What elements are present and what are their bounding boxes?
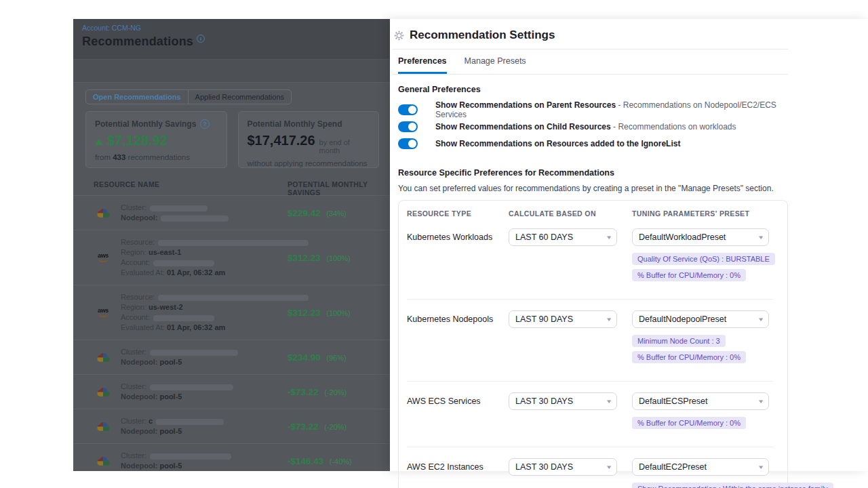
redacted-value [153,315,214,321]
spend-amount-suffix: by end of month [319,138,370,155]
detail-value: 01 Apr, 06:32 am [165,323,225,331]
page-title: Recommendations [82,35,193,49]
tuning-preset-select[interactable]: DefaultEC2Preset ▾ [632,458,769,476]
redacted-value [161,216,229,222]
resource-preferences-description: You can set preferred values for recomme… [398,184,788,193]
savings-percent: (-40%) [330,458,352,466]
detail-label: Nodepool: [121,462,157,470]
recommendation-row: Cluster:Nodepool: pool-5 -$73.22 (-20%) [73,374,390,409]
provider-icon [95,421,111,432]
select-value: DefaultEC2Preset [639,462,707,472]
column-resource-type: RESOURCE TYPE [407,209,509,218]
monthly-savings-value: $312.23 [288,308,321,318]
info-icon: i [197,35,205,43]
gcp-cloud-icon [96,352,111,363]
tab-preferences[interactable]: Preferences [398,56,447,74]
tab-manage-presets[interactable]: Manage Presets [465,56,526,74]
detail-label: Account: [121,258,150,266]
preset-badge: Show Recommendation : Within the same in… [632,483,833,488]
recommendation-settings-drawer: Recommendation Settings Preferences Mana… [390,19,868,471]
toggle-row: Show Recommendations on Resources added … [398,135,788,152]
detail-value: us-east-1 [146,248,181,256]
savings-percent: (34%) [326,209,346,218]
aws-icon: aws [98,253,108,262]
resource-row: AWS EC2 Instances LAST 30 DAYS ▾ Default… [407,447,774,488]
resource-preferences-heading: Resource Specific Preferences for Recomm… [398,168,788,178]
tuning-preset-select[interactable]: DefaultECSPreset ▾ [632,392,769,410]
resource-table-body: Kubernetes Workloads LAST 60 DAYS ▾ Defa… [407,218,774,488]
detail-label: Account: [121,313,150,321]
detail-value: pool-5 [157,392,182,401]
preset-badge: % Buffer for CPU/Memory : 0% [632,417,746,429]
recommendation-row: Cluster: cNodepool: pool-5 -$73.22 (-20%… [73,409,390,443]
calculate-based-on-select[interactable]: LAST 30 DAYS ▾ [509,392,617,410]
account-breadcrumb: Account: CCM-NG [82,24,390,32]
preset-badges: Minimum Node Count : 3% Buffer for CPU/M… [632,335,769,363]
savings-sub-suffix: recommendations [128,153,190,161]
calculate-based-on-select[interactable]: LAST 90 DAYS ▾ [509,310,617,328]
detail-label: Nodepool: [121,214,157,222]
resource-row: AWS ECS Services LAST 30 DAYS ▾ DefaultE… [407,381,774,439]
savings-amount: $7,128.92 [107,133,167,148]
detail-label: Evaluated At: [121,268,165,277]
detail-label: Region: [121,303,146,311]
toggle-list: Show Recommendations on Parent Resources… [398,101,788,152]
spend-subtext: without applying recommendations [248,159,370,167]
recommendations-table-header: RESOURCE NAME POTENTIAL MONTHLY SAVINGS [73,178,390,195]
monthly-savings-value: -$73.22 [288,387,319,397]
toggle-label: Show Recommendations on Resources added … [435,139,680,148]
detail-label: Nodepool: [121,427,157,435]
detail-label: Cluster: [121,348,146,356]
recommendations-tabs: Open Recommendations Applied Recommendat… [85,89,292,104]
chevron-down-icon: ▾ [608,398,612,405]
detail-label: Nodepool: [121,392,157,401]
detail-label: Resource: [121,238,155,246]
provider-icon [95,455,111,467]
page-header: Account: CCM-NG Recommendations i [73,19,390,60]
provider-icon: aws [95,253,111,262]
preset-badge: Quality Of Service (QoS) : BURSTABLE [632,253,775,265]
preset-badge: Minimum Node Count : 3 [632,335,726,347]
monthly-savings-value: -$146.43 [288,456,323,466]
chevron-down-icon: ▾ [608,464,612,470]
tab-open-recommendations: Open Recommendations [86,90,188,104]
aws-icon: aws [98,308,108,317]
savings-sub-prefix: from [95,153,111,161]
detail-label: Nodepool: [121,358,157,366]
savings-subtext: from 433 recommendations [95,153,218,161]
resource-type-label: Kubernetes Workloads [407,228,509,281]
chevron-down-icon: ▾ [608,234,612,241]
tuning-preset-select[interactable]: DefaultNodepoolPreset ▾ [632,310,769,328]
calculate-based-on-select[interactable]: LAST 60 DAYS ▾ [509,228,617,246]
provider-icon: aws [95,308,111,317]
savings-percent: (-20%) [324,423,347,431]
chevron-down-icon: ▾ [760,234,764,241]
redacted-value [150,350,238,356]
calculate-based-on-select[interactable]: LAST 30 DAYS ▾ [509,458,617,476]
preset-badge: % Buffer for CPU/Memory : 0% [632,269,746,281]
toggle-label: Show Recommendations on Child Resources [435,122,611,131]
redacted-value [153,260,214,266]
column-potential-monthly-savings: POTENTIAL MONTHLY SAVINGS [288,180,390,197]
resource-preferences-card: RESOURCE TYPE CALCULATE BASED ON TUNING … [398,200,788,488]
resource-row: Kubernetes Workloads LAST 60 DAYS ▾ Defa… [407,218,774,291]
preset-badge: % Buffer for CPU/Memory : 0% [632,351,746,363]
select-value: LAST 30 DAYS [515,396,573,406]
toggle-switch[interactable] [398,121,418,132]
tuning-preset-select[interactable]: DefaultWorkloadPreset ▾ [632,228,769,246]
select-value: DefaultNodepoolPreset [639,314,726,324]
detail-value: 01 Apr, 06:32 am [165,268,225,277]
resource-row: Kubernetes Nodepools LAST 90 DAYS ▾ Defa… [407,299,774,373]
savings-percent: (96%) [326,354,346,362]
redacted-value [150,205,208,211]
select-value: DefaultECSPreset [639,396,707,406]
redacted-value [150,384,233,390]
toggle-switch[interactable] [398,138,418,149]
provider-icon [95,352,111,363]
monthly-savings-value: $234.90 [288,352,321,363]
gcp-cloud-icon [96,421,111,432]
savings-count: 433 [113,153,125,161]
resource-detail-line: Evaluated At: 01 Apr, 06:32 am [121,268,379,278]
toggle-switch[interactable] [398,104,418,115]
monthly-savings-value: -$73.22 [288,422,319,432]
